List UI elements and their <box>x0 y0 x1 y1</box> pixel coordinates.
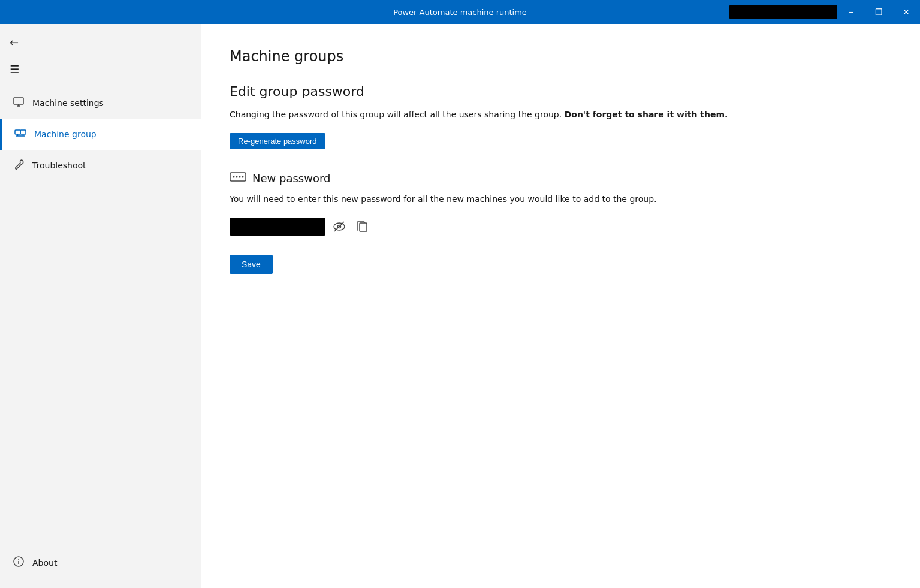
svg-point-10 <box>18 559 19 560</box>
account-area <box>729 5 837 19</box>
svg-point-14 <box>239 176 241 178</box>
about-label: About <box>32 558 57 568</box>
sidebar-item-label-troubleshoot: Troubleshoot <box>32 161 86 170</box>
svg-rect-4 <box>20 130 26 134</box>
restore-button[interactable]: ❐ <box>865 0 892 24</box>
window-controls: − ❐ ✕ <box>837 0 920 24</box>
app-title: Power Automate machine runtime <box>393 8 527 17</box>
main-content: Machine groups Edit group password Chang… <box>201 24 920 588</box>
svg-point-13 <box>236 176 238 178</box>
sidebar-bottom: About <box>0 547 201 588</box>
edit-description-normal: Changing the password of this group will… <box>230 110 562 119</box>
app-body: ← ☰ Machine settings <box>0 24 920 588</box>
page-title: Machine groups <box>230 48 891 65</box>
edit-description-bold: Don't forget to share it with them. <box>565 110 728 119</box>
password-section-header: New password <box>230 171 891 186</box>
minimize-button[interactable]: − <box>837 0 865 24</box>
sidebar-item-troubleshoot[interactable]: Troubleshoot <box>0 150 201 181</box>
copy-icon <box>355 220 369 233</box>
group-icon <box>14 127 27 141</box>
hamburger-button[interactable]: ☰ <box>0 56 201 83</box>
sidebar: ← ☰ Machine settings <box>0 24 201 588</box>
password-value <box>230 218 325 236</box>
svg-rect-0 <box>14 98 23 104</box>
titlebar: Power Automate machine runtime − ❐ ✕ <box>0 0 920 24</box>
hamburger-icon: ☰ <box>10 63 19 76</box>
edit-description: Changing the password of this group will… <box>230 108 891 121</box>
sidebar-nav: Machine settings Machine group <box>0 88 201 181</box>
eye-icon <box>333 220 346 233</box>
regen-password-button[interactable]: Re-generate password <box>230 133 325 149</box>
sidebar-item-about[interactable]: About <box>0 547 201 578</box>
password-description: You will need to enter this new password… <box>230 193 891 206</box>
svg-point-15 <box>242 176 244 178</box>
svg-rect-3 <box>15 130 20 134</box>
copy-password-button[interactable] <box>353 218 371 236</box>
sidebar-item-label-machine-group: Machine group <box>34 129 96 139</box>
back-button[interactable]: ← <box>0 29 201 56</box>
close-button[interactable]: ✕ <box>892 0 920 24</box>
svg-rect-19 <box>360 223 367 231</box>
password-section-title-text: New password <box>252 172 330 185</box>
wrench-icon <box>12 158 25 173</box>
sidebar-item-machine-settings[interactable]: Machine settings <box>0 88 201 119</box>
password-dots-icon <box>230 171 246 186</box>
edit-section-title: Edit group password <box>230 84 891 99</box>
sidebar-item-label-machine-settings: Machine settings <box>32 98 104 108</box>
show-password-button[interactable] <box>330 218 348 236</box>
save-button[interactable]: Save <box>230 255 273 274</box>
sidebar-item-machine-group[interactable]: Machine group <box>0 119 201 150</box>
svg-point-12 <box>233 176 235 178</box>
back-arrow-icon: ← <box>10 36 19 49</box>
monitor-icon <box>12 96 25 110</box>
password-field-row <box>230 218 891 236</box>
info-icon <box>12 556 25 570</box>
